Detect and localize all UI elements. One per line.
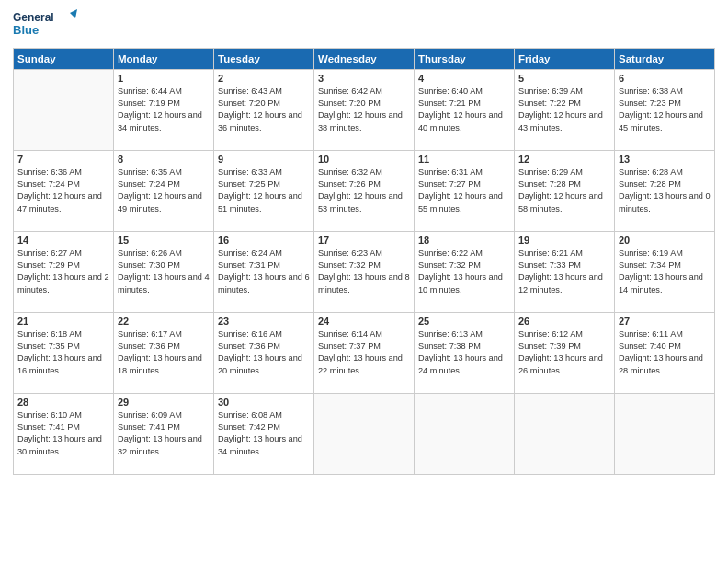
day-info: Sunrise: 6:10 AMSunset: 7:41 PMDaylight:… — [17, 409, 109, 458]
day-cell: 20Sunrise: 6:19 AMSunset: 7:34 PMDayligh… — [615, 231, 715, 312]
weekday-monday: Monday — [114, 48, 214, 69]
week-row-4: 28Sunrise: 6:10 AMSunset: 7:41 PMDayligh… — [14, 393, 715, 474]
week-row-1: 7Sunrise: 6:36 AMSunset: 7:24 PMDaylight… — [14, 150, 715, 231]
day-number: 17 — [318, 235, 410, 246]
week-row-3: 21Sunrise: 6:18 AMSunset: 7:35 PMDayligh… — [14, 312, 715, 393]
day-number: 8 — [118, 154, 210, 165]
day-info: Sunrise: 6:13 AMSunset: 7:38 PMDaylight:… — [418, 328, 510, 377]
day-info: Sunrise: 6:19 AMSunset: 7:34 PMDaylight:… — [619, 247, 711, 296]
day-number: 4 — [418, 73, 510, 84]
weekday-thursday: Thursday — [415, 48, 515, 69]
day-info: Sunrise: 6:31 AMSunset: 7:27 PMDaylight:… — [418, 167, 510, 215]
day-number: 7 — [17, 154, 109, 165]
day-number: 11 — [418, 154, 510, 165]
day-number: 24 — [318, 316, 410, 327]
weekday-tuesday: Tuesday — [214, 48, 314, 69]
day-number: 21 — [17, 316, 109, 327]
day-info: Sunrise: 6:44 AMSunset: 7:19 PMDaylight:… — [118, 86, 210, 134]
day-cell: 9Sunrise: 6:33 AMSunset: 7:25 PMDaylight… — [214, 150, 314, 231]
day-number: 2 — [218, 73, 310, 84]
day-cell: 17Sunrise: 6:23 AMSunset: 7:32 PMDayligh… — [314, 231, 415, 312]
day-info: Sunrise: 6:28 AMSunset: 7:28 PMDaylight:… — [619, 167, 711, 215]
day-number: 25 — [418, 316, 510, 327]
day-cell — [14, 69, 114, 150]
svg-text:Blue: Blue — [13, 23, 39, 37]
day-info: Sunrise: 6:33 AMSunset: 7:25 PMDaylight:… — [218, 167, 310, 215]
weekday-friday: Friday — [515, 48, 615, 69]
day-cell: 24Sunrise: 6:14 AMSunset: 7:37 PMDayligh… — [314, 312, 415, 393]
day-number: 12 — [518, 154, 610, 165]
day-info: Sunrise: 6:16 AMSunset: 7:36 PMDaylight:… — [218, 328, 310, 377]
day-number: 15 — [118, 235, 210, 246]
day-cell: 10Sunrise: 6:32 AMSunset: 7:26 PMDayligh… — [314, 150, 415, 231]
day-info: Sunrise: 6:08 AMSunset: 7:42 PMDaylight:… — [218, 409, 310, 458]
day-cell: 27Sunrise: 6:11 AMSunset: 7:40 PMDayligh… — [615, 312, 715, 393]
day-cell: 11Sunrise: 6:31 AMSunset: 7:27 PMDayligh… — [415, 150, 515, 231]
day-number: 20 — [619, 235, 711, 246]
day-number: 1 — [118, 73, 210, 84]
logo-text: General Blue — [13, 9, 77, 42]
day-cell: 29Sunrise: 6:09 AMSunset: 7:41 PMDayligh… — [114, 393, 214, 474]
day-number: 14 — [17, 235, 109, 246]
day-cell — [515, 393, 615, 474]
day-cell: 12Sunrise: 6:29 AMSunset: 7:28 PMDayligh… — [515, 150, 615, 231]
day-number: 18 — [418, 235, 510, 246]
day-number: 6 — [619, 73, 711, 84]
day-info: Sunrise: 6:21 AMSunset: 7:33 PMDaylight:… — [518, 247, 610, 296]
day-number: 23 — [218, 316, 310, 327]
svg-marker-2 — [70, 9, 77, 18]
page: General Blue SundayMondayTuesdayWednesda… — [0, 0, 728, 563]
day-info: Sunrise: 6:22 AMSunset: 7:32 PMDaylight:… — [418, 247, 510, 296]
weekday-header-row: SundayMondayTuesdayWednesdayThursdayFrid… — [14, 48, 715, 69]
day-number: 19 — [518, 235, 610, 246]
day-cell: 7Sunrise: 6:36 AMSunset: 7:24 PMDaylight… — [14, 150, 114, 231]
day-number: 22 — [118, 316, 210, 327]
day-cell: 28Sunrise: 6:10 AMSunset: 7:41 PMDayligh… — [14, 393, 114, 474]
day-cell: 26Sunrise: 6:12 AMSunset: 7:39 PMDayligh… — [515, 312, 615, 393]
day-info: Sunrise: 6:24 AMSunset: 7:31 PMDaylight:… — [218, 247, 310, 296]
day-info: Sunrise: 6:23 AMSunset: 7:32 PMDaylight:… — [318, 247, 410, 296]
day-info: Sunrise: 6:09 AMSunset: 7:41 PMDaylight:… — [118, 409, 210, 458]
day-info: Sunrise: 6:29 AMSunset: 7:28 PMDaylight:… — [518, 167, 610, 215]
week-row-0: 1Sunrise: 6:44 AMSunset: 7:19 PMDaylight… — [14, 69, 715, 150]
day-number: 3 — [318, 73, 410, 84]
week-row-2: 14Sunrise: 6:27 AMSunset: 7:29 PMDayligh… — [14, 231, 715, 312]
day-number: 28 — [17, 396, 109, 408]
day-number: 29 — [118, 396, 210, 408]
day-cell: 6Sunrise: 6:38 AMSunset: 7:23 PMDaylight… — [615, 69, 715, 150]
day-cell: 13Sunrise: 6:28 AMSunset: 7:28 PMDayligh… — [615, 150, 715, 231]
weekday-wednesday: Wednesday — [314, 48, 415, 69]
day-number: 27 — [619, 316, 711, 327]
day-info: Sunrise: 6:26 AMSunset: 7:30 PMDaylight:… — [118, 247, 210, 296]
day-info: Sunrise: 6:35 AMSunset: 7:24 PMDaylight:… — [118, 167, 210, 215]
day-number: 13 — [619, 154, 711, 165]
day-info: Sunrise: 6:17 AMSunset: 7:36 PMDaylight:… — [118, 328, 210, 377]
day-cell: 19Sunrise: 6:21 AMSunset: 7:33 PMDayligh… — [515, 231, 615, 312]
day-info: Sunrise: 6:36 AMSunset: 7:24 PMDaylight:… — [17, 167, 109, 215]
day-number: 26 — [518, 316, 610, 327]
day-cell — [415, 393, 515, 474]
day-info: Sunrise: 6:38 AMSunset: 7:23 PMDaylight:… — [619, 86, 711, 134]
day-info: Sunrise: 6:27 AMSunset: 7:29 PMDaylight:… — [17, 247, 109, 296]
calendar: SundayMondayTuesdayWednesdayThursdayFrid… — [13, 48, 715, 475]
day-cell: 1Sunrise: 6:44 AMSunset: 7:19 PMDaylight… — [114, 69, 214, 150]
day-cell: 4Sunrise: 6:40 AMSunset: 7:21 PMDaylight… — [415, 69, 515, 150]
day-info: Sunrise: 6:42 AMSunset: 7:20 PMDaylight:… — [318, 86, 410, 134]
day-cell: 16Sunrise: 6:24 AMSunset: 7:31 PMDayligh… — [214, 231, 314, 312]
day-info: Sunrise: 6:14 AMSunset: 7:37 PMDaylight:… — [318, 328, 410, 377]
weekday-saturday: Saturday — [615, 48, 715, 69]
logo-svg: General Blue — [13, 9, 77, 39]
day-number: 16 — [218, 235, 310, 246]
header: General Blue — [13, 9, 715, 42]
day-number: 9 — [218, 154, 310, 165]
svg-text:General: General — [13, 11, 54, 24]
day-cell: 15Sunrise: 6:26 AMSunset: 7:30 PMDayligh… — [114, 231, 214, 312]
day-info: Sunrise: 6:32 AMSunset: 7:26 PMDaylight:… — [318, 167, 410, 215]
day-number: 10 — [318, 154, 410, 165]
weekday-sunday: Sunday — [14, 48, 114, 69]
day-cell: 5Sunrise: 6:39 AMSunset: 7:22 PMDaylight… — [515, 69, 615, 150]
day-cell: 22Sunrise: 6:17 AMSunset: 7:36 PMDayligh… — [114, 312, 214, 393]
day-cell: 21Sunrise: 6:18 AMSunset: 7:35 PMDayligh… — [14, 312, 114, 393]
day-cell: 3Sunrise: 6:42 AMSunset: 7:20 PMDaylight… — [314, 69, 415, 150]
day-info: Sunrise: 6:11 AMSunset: 7:40 PMDaylight:… — [619, 328, 711, 377]
